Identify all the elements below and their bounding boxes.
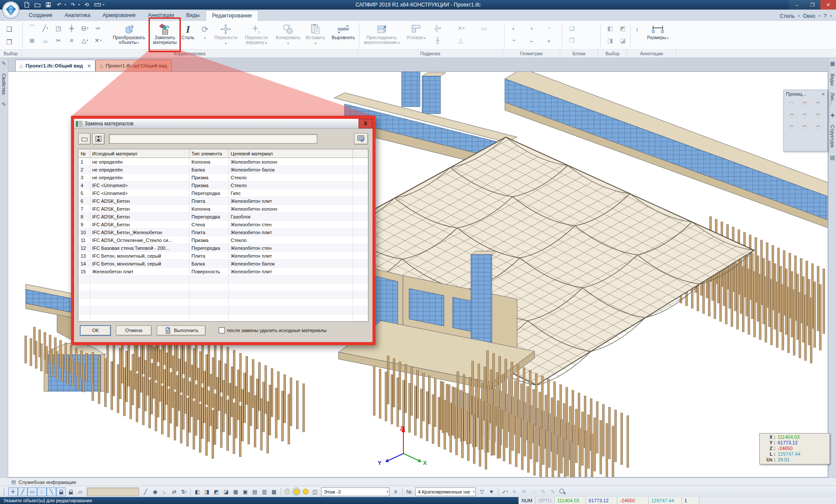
num-indicator[interactable]: NUM — [518, 497, 535, 504]
view-settings-button[interactable]: ▦ — [231, 487, 240, 496]
select-down-icon[interactable]: ◨ — [604, 35, 616, 46]
execute-button[interactable]: Выполнить — [157, 326, 206, 336]
table-empty-row[interactable] — [78, 299, 368, 307]
proj-sw-cube-icon[interactable] — [786, 122, 797, 133]
select-line-mode[interactable]: ╱ — [18, 487, 27, 496]
axis-x-button[interactable]: ⇄ — [169, 487, 179, 496]
move-button[interactable]: Перенести ▾ — [212, 22, 239, 49]
model-a-button[interactable]: ▤ — [250, 487, 260, 496]
create-block-icon[interactable]: ❏ — [565, 23, 578, 34]
move-tool-button[interactable]: ✛ — [510, 487, 519, 496]
align-edges-icon[interactable]: ≡ — [65, 35, 78, 46]
book-icon[interactable]: ▤ — [830, 155, 835, 161]
dialog-title-bar[interactable]: Замена материалов X — [74, 119, 372, 129]
menu-item-?[interactable]: ? — [822, 13, 829, 19]
arc-tool-icon[interactable]: ⌒ — [26, 23, 38, 34]
light-on-toggle-bulb-icon[interactable] — [303, 489, 308, 494]
delete-icon[interactable]: ✕▾ — [91, 35, 104, 46]
perpendicular-button[interactable]: ∟ — [160, 487, 169, 496]
floor-select[interactable]: Этаж -3▾ — [321, 487, 389, 496]
rotate-tool-button[interactable]: ⟳ — [519, 487, 529, 496]
select-up-icon[interactable]: ◧ — [604, 23, 616, 34]
table-row[interactable]: 11IFC ADSK_Остекление_Стекло си...Призма… — [78, 236, 368, 244]
proj-right-cube-icon[interactable] — [813, 111, 823, 121]
cancel-button[interactable]: Отмена — [116, 326, 152, 336]
table-empty-row[interactable] — [78, 283, 368, 291]
tab-close-icon[interactable]: ✕ — [87, 64, 91, 68]
edit-block-icon[interactable]: ❐ — [565, 35, 578, 46]
app-logo[interactable] — [2, 1, 20, 19]
left-tab-properties[interactable]: Свойства — [1, 74, 7, 94]
steel-button[interactable]: I Сталь — [178, 22, 197, 49]
bool-union-icon[interactable]: ◐ — [508, 23, 520, 34]
bool-cut-icon[interactable]: ◒ — [525, 35, 538, 46]
dimensions-button[interactable]: Размеры ▾ — [643, 22, 672, 49]
table-empty-row[interactable] — [78, 291, 368, 299]
table-row[interactable]: 14IFC Бетон, монолитный, серыйБалкаЖелез… — [78, 260, 368, 268]
lock-model-button[interactable] — [56, 487, 66, 496]
model-b-button[interactable]: ▥ — [260, 487, 269, 496]
proj-overlap-cube-icon[interactable] — [813, 122, 823, 133]
preset-name-input[interactable] — [109, 134, 317, 144]
rotate-button[interactable]: ⟳ ▾ — [197, 22, 212, 49]
trim-beam-icon[interactable]: ╫ — [431, 35, 444, 46]
redo-caret-icon[interactable]: ▾ — [78, 3, 80, 7]
zoom-tool-button[interactable] — [558, 487, 567, 496]
select-node-mode[interactable]: ✛ — [8, 487, 18, 496]
proj-left-cube-icon[interactable] — [786, 111, 797, 121]
redo-icon[interactable]: ↷ — [69, 1, 77, 8]
table-row[interactable]: 12IFC Базовая стена:Типовой - 200...Пере… — [78, 244, 368, 252]
table-row[interactable]: 1не определёнКолоннаЖелезобетон колонн — [78, 158, 368, 166]
proj-bottom-cube-icon[interactable] — [799, 122, 810, 133]
trim-intersect-icon[interactable]: ⊞ — [26, 35, 38, 46]
replace-materials-button[interactable]: Заменить материалы — [151, 22, 178, 49]
menu-tab-аналитика[interactable]: Аналитика — [58, 10, 96, 21]
view-box-button[interactable]: ▣ — [240, 487, 250, 496]
sync-icon[interactable]: ⟲ — [83, 1, 91, 8]
select-span-icon[interactable]: ◩ — [616, 23, 629, 34]
minimize-button[interactable]: – — [789, 0, 805, 10]
draw-line-button[interactable]: ╱ — [141, 487, 150, 496]
table-row[interactable]: 4IFC <Unnamed>ПризмаСтекло — [78, 181, 368, 189]
move-points-tool-button[interactable]: ∴ — [529, 487, 538, 496]
properties-edit2-icon[interactable]: ✎ — [2, 101, 6, 108]
copy-button[interactable]: Копировать ▾ — [273, 22, 303, 49]
small-rect-icon[interactable]: ◳ — [52, 23, 65, 34]
close-button[interactable]: ✕ — [820, 0, 836, 10]
corner-button[interactable]: Угловая ▾ — [403, 22, 429, 49]
save-icon[interactable] — [44, 1, 52, 8]
select-solid-button[interactable]: ❏ — [3, 24, 16, 35]
updown-dimension-icon[interactable]: ↕ — [631, 24, 643, 35]
unlock-model-button[interactable] — [66, 487, 75, 496]
arch-icon[interactable]: △ — [454, 35, 467, 46]
draw-circle-button[interactable]: ◉ — [150, 487, 160, 496]
select-rect-mode[interactable]: ▭ — [27, 487, 37, 496]
document-tab-2[interactable]: ⌂ Проект1.ifc.spf:Общий вид — [95, 60, 172, 71]
select-cross-icon[interactable]: ◪ — [616, 35, 629, 46]
dialog-check-table-button[interactable] — [354, 133, 368, 144]
menu-tab-армирование[interactable]: Армирование — [97, 10, 142, 21]
ok-button[interactable]: ОК — [80, 326, 111, 336]
bool-subtract-icon[interactable]: ◓ — [508, 35, 520, 46]
views-panel-icon[interactable]: ▦ — [830, 60, 835, 67]
light-cube-button[interactable]: ◫ — [310, 487, 320, 496]
view-wire-button[interactable]: ◨ — [202, 487, 212, 496]
menu-tab-аннотации[interactable]: Аннотации — [142, 10, 180, 21]
table-row[interactable]: 9IFC ADSK_БетонСтенаЖелезобетон стен — [78, 221, 368, 228]
polyline-edit-icon[interactable]: ╱▾ — [39, 23, 51, 34]
proj-top-cube-icon[interactable] — [799, 99, 810, 109]
table-row[interactable]: 15Железобетон плитПоверхностьЖелезобетон… — [78, 268, 368, 276]
filter-number-button[interactable]: № — [404, 487, 414, 496]
menu-tab-виды[interactable]: Виды — [180, 10, 205, 21]
bed-icon[interactable]: ▭ — [478, 23, 491, 34]
table-row[interactable]: 7IFC ADSK_БетонКолоннаЖелезобетон колонн — [78, 205, 368, 213]
orto-indicator[interactable]: ОРТО — [535, 497, 554, 504]
check-settings-button[interactable]: ✓▾ — [500, 487, 510, 496]
document-tab-1[interactable]: ⌂ Проект1.ifc:Общий вид ✕ — [15, 60, 95, 71]
table-row[interactable]: 13IFC Бетон, монолитный, серыйПлитаЖелез… — [78, 252, 368, 260]
table-row[interactable]: 3не определёнПризмаСтекло — [78, 174, 368, 181]
delete-source-checkbox[interactable] — [219, 327, 225, 333]
bool-intersect-icon[interactable]: ◑ — [525, 23, 538, 34]
menu-tab-создание[interactable]: Создание — [23, 10, 58, 21]
open-folder-icon[interactable] — [34, 1, 41, 8]
